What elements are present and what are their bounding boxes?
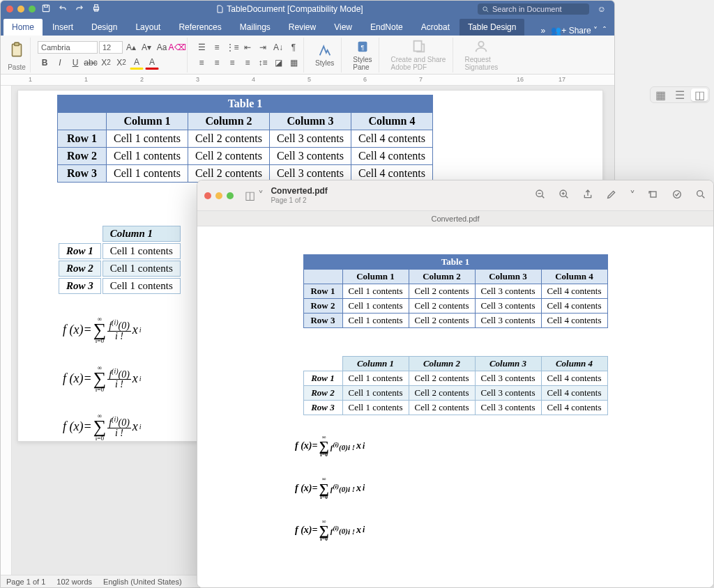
document-icon xyxy=(215,5,224,13)
table-1-col-2: Column 2 xyxy=(188,113,269,130)
view-switcher: ▦ ☰ ◫ xyxy=(650,86,710,103)
table-row: Row 3 xyxy=(58,165,107,183)
search-box[interactable]: Search in Document xyxy=(478,3,589,15)
print-icon[interactable] xyxy=(91,3,101,15)
show-marks-icon[interactable]: ¶ xyxy=(287,40,301,54)
svg-rect-0 xyxy=(43,5,49,11)
styles-pane-button[interactable]: ¶Styles Pane xyxy=(349,38,376,72)
list-view-icon[interactable]: ☰ xyxy=(671,88,688,101)
italic-button[interactable]: I xyxy=(53,56,67,70)
subscript-button[interactable]: X2 xyxy=(99,56,113,70)
change-case-icon[interactable]: Aa xyxy=(155,40,169,54)
ribbon-collapse-icon[interactable]: ˆ xyxy=(603,26,606,36)
table-1[interactable]: Table 1 Column 1 Column 2 Column 3 Colum… xyxy=(57,95,433,183)
superscript-button[interactable]: X2 xyxy=(114,56,128,70)
clear-format-icon[interactable]: A⌫ xyxy=(170,40,184,54)
more-tabs-icon[interactable]: » xyxy=(541,26,546,36)
paste-button[interactable] xyxy=(6,38,27,62)
sidebar-toggle-icon[interactable]: ◫ ˅ xyxy=(245,189,264,202)
numbering-icon[interactable]: ≡ xyxy=(210,40,224,54)
tab-insert[interactable]: Insert xyxy=(44,19,82,36)
zoom-out-icon[interactable] xyxy=(535,189,546,203)
tab-references[interactable]: References xyxy=(170,19,229,36)
clipboard-group: Paste xyxy=(3,38,31,72)
tab-home[interactable]: Home xyxy=(3,19,43,36)
align-left-icon[interactable]: ≡ xyxy=(195,56,208,70)
sort-icon[interactable]: A↓ xyxy=(271,40,285,54)
create-share-pdf-button[interactable]: Create and Share Adobe PDF xyxy=(386,38,450,72)
svg-text:¶: ¶ xyxy=(360,43,364,50)
bullets-icon[interactable]: ☰ xyxy=(195,40,208,54)
column-view-icon[interactable]: ◫ xyxy=(691,88,708,101)
close-window-button[interactable] xyxy=(6,6,13,13)
redo-icon[interactable] xyxy=(75,3,84,15)
preview-tab[interactable]: Converted.pdf xyxy=(431,215,479,223)
dropdown-icon[interactable]: ˅ xyxy=(630,189,635,202)
preview-body[interactable]: Table 1 Column 1Column 2Column 3Column 4… xyxy=(197,226,713,587)
preview-toolbar: ◫ ˅ Converted.pdf Page 1 of 2 ˅ xyxy=(197,180,713,211)
tab-acrobat[interactable]: Acrobat xyxy=(413,19,458,36)
table-row: Row 2 xyxy=(59,261,101,277)
emoji-icon[interactable]: ☺ xyxy=(595,4,609,14)
decrease-font-icon[interactable]: A▾ xyxy=(139,40,153,54)
shading-icon[interactable]: ◪ xyxy=(271,56,285,70)
zoom-in-icon[interactable] xyxy=(559,189,570,203)
search-icon xyxy=(482,6,489,13)
vertical-ruler[interactable] xyxy=(1,86,12,575)
borders-icon[interactable]: ▦ xyxy=(287,56,301,70)
maximize-window-button[interactable] xyxy=(29,6,36,13)
maximize-window-button[interactable] xyxy=(227,192,234,199)
justify-icon[interactable]: ≡ xyxy=(241,56,255,70)
quick-access-toolbar xyxy=(41,3,101,15)
markup-icon[interactable] xyxy=(606,189,617,203)
strike-button[interactable]: abc xyxy=(84,56,98,70)
styles-button[interactable]: Styles xyxy=(311,41,338,68)
underline-button[interactable]: U xyxy=(68,56,82,70)
font-name-select[interactable]: Cambria xyxy=(38,41,98,54)
tab-view[interactable]: View xyxy=(326,19,360,36)
table-2-col: Column 1 xyxy=(102,226,181,242)
tab-mailings[interactable]: Mailings xyxy=(231,19,279,36)
language-indicator[interactable]: English (United States) xyxy=(103,578,182,586)
increase-font-icon[interactable]: A▴ xyxy=(124,40,138,54)
adobe-group: Create and Share Adobe PDF xyxy=(383,38,453,72)
request-signatures-button[interactable]: Request Signatures xyxy=(460,38,502,72)
share-icon[interactable] xyxy=(582,189,593,203)
highlight-icon[interactable] xyxy=(671,189,683,203)
pdf-table-1-title: Table 1 xyxy=(303,255,607,270)
undo-icon[interactable] xyxy=(58,3,68,15)
line-spacing-icon[interactable]: ↕≡ xyxy=(256,56,270,70)
page-indicator[interactable]: Page 1 of 1 xyxy=(6,578,45,586)
increase-indent-icon[interactable]: ⇥ xyxy=(256,40,270,54)
table-2[interactable]: Column 1 Row 1Cell 1 contents Row 2Cell … xyxy=(57,224,182,295)
bold-button[interactable]: B xyxy=(38,56,52,70)
ribbon-tabs: Home Insert Design Layout References Mai… xyxy=(1,17,614,36)
svg-point-5 xyxy=(483,6,487,10)
highlight-button[interactable]: A xyxy=(130,56,144,70)
font-size-select[interactable]: 12 xyxy=(99,41,123,54)
align-right-icon[interactable]: ≡ xyxy=(225,56,239,70)
tab-endnote[interactable]: EndNote xyxy=(362,19,411,36)
search-icon[interactable] xyxy=(695,189,706,203)
word-count[interactable]: 102 words xyxy=(56,578,92,586)
multilevel-icon[interactable]: ⋮≡ xyxy=(225,40,239,54)
decrease-indent-icon[interactable]: ⇤ xyxy=(241,40,255,54)
font-color-button[interactable]: A xyxy=(145,56,159,70)
close-window-button[interactable] xyxy=(204,192,211,199)
minimize-window-button[interactable] xyxy=(17,6,24,13)
svg-rect-10 xyxy=(414,40,422,51)
svg-point-16 xyxy=(697,190,703,196)
tab-review[interactable]: Review xyxy=(280,19,324,36)
rotate-icon[interactable] xyxy=(648,189,659,203)
horizontal-ruler[interactable]: 1 1 2 3 4 5 6 7 16 17 xyxy=(1,75,614,86)
save-icon[interactable] xyxy=(41,3,51,15)
minimize-window-button[interactable] xyxy=(215,192,222,199)
align-center-icon[interactable]: ≡ xyxy=(210,56,224,70)
tab-layout[interactable]: Layout xyxy=(127,19,169,36)
grid-view-icon[interactable]: ▦ xyxy=(652,88,669,101)
tab-design[interactable]: Design xyxy=(83,19,126,36)
tab-table-design[interactable]: Table Design xyxy=(459,19,524,36)
share-button[interactable]: 👥+ Share ˅ xyxy=(551,26,598,36)
svg-rect-3 xyxy=(95,4,98,7)
preview-tools: ˅ xyxy=(535,189,706,203)
